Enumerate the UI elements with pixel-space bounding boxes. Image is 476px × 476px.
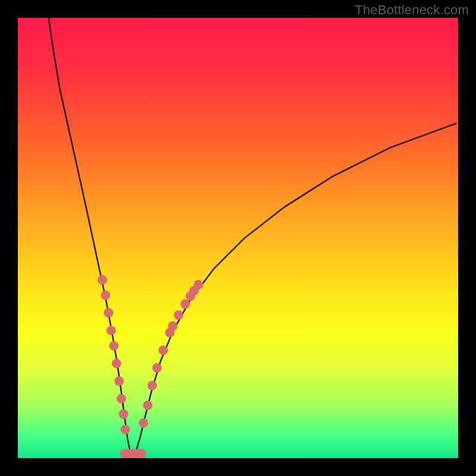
scatter-dot [117, 394, 126, 403]
scatter-dot [174, 311, 183, 320]
scatter-dot [148, 381, 157, 390]
scatter-dot [152, 363, 162, 372]
scatter-dot [112, 359, 121, 368]
scatter-dot [137, 449, 146, 458]
chart-outer-frame: TheBottleneck.com [0, 0, 476, 476]
scatter-dot [193, 280, 203, 289]
scatter-dot [121, 425, 130, 434]
plot-area [18, 18, 458, 458]
watermark-label: TheBottleneck.com [355, 2, 469, 18]
scatter-dot [139, 418, 148, 428]
scatter-dot [109, 341, 118, 350]
scatter-dot [180, 299, 190, 309]
gradient-background [18, 18, 458, 458]
scatter-dot [158, 346, 168, 355]
scatter-dot [98, 275, 107, 284]
scatter-dot [104, 308, 113, 318]
scatter-dot [107, 325, 116, 335]
chart-svg [18, 18, 458, 458]
scatter-dot [143, 400, 152, 410]
scatter-dot [101, 290, 110, 300]
scatter-dot [119, 409, 129, 419]
scatter-dot [114, 377, 124, 386]
scatter-dot [168, 321, 177, 331]
